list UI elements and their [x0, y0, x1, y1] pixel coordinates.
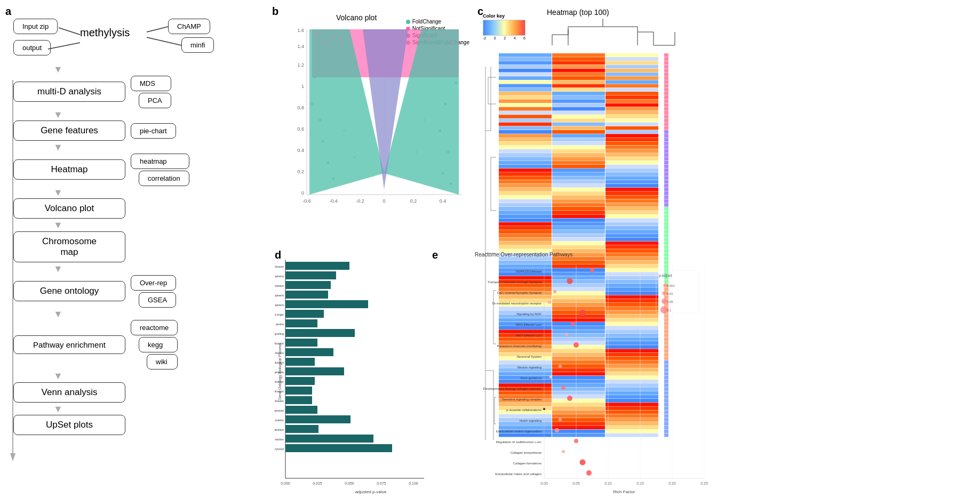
svg-rect-483: [285, 262, 349, 270]
svg-rect-495: [285, 319, 317, 327]
svg-rect-379: [664, 53, 668, 57]
svg-text:cellular response to starvatio: cellular response to starvation: [275, 419, 284, 422]
svg-rect-125: [552, 111, 605, 115]
svg-text:Extracellular matrix organizat: Extracellular matrix organization: [496, 430, 541, 433]
svg-text:1: 1: [301, 84, 304, 89]
svg-text:0.10: 0.10: [604, 481, 612, 485]
svg-rect-160: [499, 157, 552, 160]
svg-rect-142: [499, 134, 552, 138]
svg-rect-201: [605, 207, 658, 211]
svg-rect-151: [499, 146, 552, 149]
svg-rect-189: [605, 191, 658, 195]
svg-rect-220: [499, 234, 552, 237]
svg-text:Extracellular matrix and colla: Extracellular matrix and collagen: [495, 472, 541, 476]
flow-chrom: Chromosomemap: [13, 231, 125, 262]
svg-rect-111: [605, 92, 658, 95]
svg-rect-515: [285, 415, 350, 423]
svg-point-29: [450, 42, 452, 44]
flow-pca: PCA: [139, 93, 171, 108]
svg-text:mating behavior: mating behavior: [275, 399, 284, 403]
svg-rect-83: [552, 57, 605, 61]
svg-point-42: [442, 172, 444, 174]
svg-rect-217: [499, 230, 552, 234]
svg-text:0.050: 0.050: [345, 481, 354, 485]
svg-rect-146: [552, 138, 605, 141]
svg-rect-113: [552, 95, 605, 99]
volcano-title: Volcano plot: [336, 13, 377, 22]
svg-point-563: [549, 376, 552, 379]
svg-rect-100: [499, 80, 552, 84]
svg-rect-163: [499, 161, 552, 165]
svg-text:0.01: 0.01: [667, 292, 673, 295]
svg-rect-196: [499, 203, 552, 207]
svg-rect-425: [664, 230, 668, 234]
svg-rect-202: [499, 211, 552, 214]
svg-rect-134: [552, 123, 605, 126]
flow-wiki: wiki: [147, 354, 178, 370]
svg-rect-487: [285, 281, 331, 289]
svg-point-25: [324, 42, 326, 44]
svg-rect-131: [552, 118, 605, 122]
svg-rect-231: [605, 245, 658, 249]
svg-rect-401: [664, 138, 668, 141]
svg-text:regulation of cytokine product: regulation of cytokine production: [275, 361, 284, 364]
svg-rect-85: [499, 61, 552, 65]
svg-point-27: [444, 35, 447, 37]
svg-point-588: [662, 299, 667, 304]
svg-rect-132: [605, 118, 658, 122]
svg-rect-162: [605, 157, 658, 160]
svg-text:-0.4: -0.4: [329, 198, 338, 204]
svg-rect-169: [499, 168, 552, 172]
svg-rect-86: [552, 61, 605, 65]
svg-text:heart of mouth development: heart of mouth development: [275, 303, 284, 307]
svg-rect-229: [499, 245, 552, 249]
svg-point-543: [590, 268, 594, 272]
svg-point-31: [333, 37, 334, 38]
svg-text:Collagen biosynthesis: Collagen biosynthesis: [511, 451, 541, 454]
svg-text:0.00: 0.00: [540, 481, 548, 485]
svg-rect-386: [664, 80, 668, 84]
svg-rect-493: [285, 310, 324, 318]
svg-rect-95: [552, 73, 605, 76]
svg-point-545: [567, 278, 573, 284]
svg-rect-519: [285, 435, 373, 443]
svg-point-38: [332, 178, 334, 180]
svg-rect-167: [552, 165, 605, 168]
flow-minfi: minfi: [181, 37, 214, 53]
svg-text:Notch signaling: Notch signaling: [520, 419, 541, 422]
svg-text:1.2: 1.2: [297, 62, 304, 68]
svg-rect-509: [285, 387, 312, 395]
svg-text:adjusted p-value: adjusted p-value: [355, 489, 387, 494]
svg-text:0.05: 0.05: [572, 481, 580, 485]
svg-rect-177: [605, 176, 658, 180]
svg-rect-88: [499, 65, 552, 69]
svg-rect-107: [552, 88, 605, 92]
svg-point-24: [316, 34, 318, 36]
svg-point-579: [580, 460, 586, 465]
svg-point-561: [559, 365, 562, 368]
flow-venn: Venn analysis: [13, 382, 125, 403]
svg-rect-183: [605, 184, 658, 188]
svg-rect-188: [552, 191, 605, 195]
svg-rect-513: [285, 406, 317, 414]
svg-marker-5: [10, 453, 15, 461]
svg-rect-110: [552, 92, 605, 95]
svg-text:0.20: 0.20: [668, 481, 676, 485]
svg-text:p-Juvenile collaborations: p-Juvenile collaborations: [506, 408, 541, 412]
svg-line-3: [147, 37, 181, 45]
svg-rect-140: [552, 130, 605, 134]
svg-rect-165: [605, 161, 658, 165]
flow-heatmap-out: heatmap: [131, 154, 189, 169]
svg-rect-521: [285, 444, 392, 452]
svg-rect-124: [499, 111, 552, 115]
svg-point-32: [340, 39, 342, 41]
svg-point-43: [450, 183, 452, 185]
svg-text:0.25: 0.25: [700, 481, 708, 485]
svg-text:calcium ion transport into cyt: calcium ion transport into cytosol: [275, 447, 284, 451]
svg-text:0.8: 0.8: [297, 105, 304, 110]
svg-rect-178: [499, 180, 552, 184]
svg-text:regulation of protein localiza: regulation of protein localization: [275, 342, 284, 345]
svg-text:SGRK2S/2/kinase: SGRK2S/2/kinase: [516, 270, 542, 273]
svg-rect-407: [664, 161, 668, 165]
svg-rect-404: [664, 149, 668, 153]
